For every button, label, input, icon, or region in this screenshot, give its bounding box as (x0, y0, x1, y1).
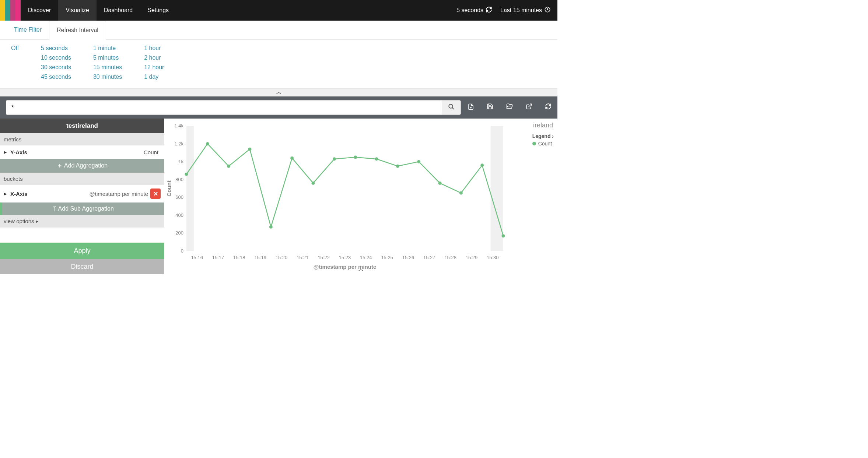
clock-icon (544, 6, 551, 14)
svg-point-45 (438, 182, 442, 185)
caret-right-icon: ▸ (34, 218, 39, 224)
chart-legend[interactable]: Legend Count (532, 133, 554, 147)
new-viz-button[interactable] (468, 103, 474, 112)
dashboard-panel-name: ireland (533, 121, 553, 129)
svg-text:15:28: 15:28 (444, 255, 456, 260)
refresh-5s[interactable]: 5 seconds (41, 45, 71, 52)
refresh-1h[interactable]: 1 hour (144, 45, 164, 52)
search-icon (448, 103, 455, 112)
svg-text:400: 400 (175, 212, 183, 218)
query-toolbar (0, 96, 557, 119)
svg-text:200: 200 (175, 230, 183, 236)
legend-title: Legend (532, 133, 554, 139)
svg-rect-16 (491, 126, 503, 251)
svg-point-35 (227, 165, 230, 168)
svg-line-5 (529, 104, 532, 107)
refresh-5m[interactable]: 5 minutes (93, 54, 122, 61)
svg-text:15:17: 15:17 (212, 255, 224, 260)
x-axis-aggregation[interactable]: ▶ X-Axis @timestamp per minute ✕ (0, 185, 164, 202)
view-options-toggle[interactable]: view options ▸ (0, 215, 164, 228)
svg-text:15:26: 15:26 (402, 255, 414, 260)
save-viz-button[interactable] (487, 103, 493, 112)
refresh-15m[interactable]: 15 minutes (93, 64, 122, 71)
line-chart[interactable]: 02004006008001k1.2k1.4kCount15:1615:1715… (164, 119, 522, 273)
svg-text:0: 0 (181, 248, 183, 254)
refresh-30s[interactable]: 30 seconds (41, 64, 71, 71)
y-axis-label: Y-Axis (10, 149, 27, 155)
refresh-1m[interactable]: 1 minute (93, 45, 122, 52)
svg-text:15:22: 15:22 (318, 255, 330, 260)
chart-panel: ireland Legend Count 02004006008001k1.2k… (164, 119, 557, 274)
legend-series-count[interactable]: Count (532, 141, 554, 147)
svg-point-41 (354, 156, 357, 159)
svg-point-36 (248, 148, 252, 151)
svg-text:1.2k: 1.2k (174, 141, 183, 147)
refresh-2h[interactable]: 2 hour (144, 54, 164, 61)
refresh-12h[interactable]: 12 hour (144, 64, 164, 71)
remove-aggregation-button[interactable]: ✕ (150, 189, 161, 199)
buckets-section-label: buckets (0, 173, 164, 185)
metrics-section-label: metrics (0, 133, 164, 145)
refresh-off[interactable]: Off (11, 45, 19, 52)
svg-point-38 (290, 156, 294, 160)
svg-point-48 (502, 234, 505, 237)
discard-button[interactable]: Discard (0, 259, 164, 274)
refresh-30m[interactable]: 30 minutes (93, 74, 122, 80)
folder-open-icon (506, 103, 513, 112)
svg-point-43 (396, 165, 399, 168)
apply-button[interactable]: Apply (0, 243, 164, 259)
svg-point-42 (375, 157, 378, 161)
svg-point-40 (333, 157, 336, 161)
refresh-45s[interactable]: 45 seconds (41, 74, 71, 80)
open-viz-button[interactable] (506, 103, 513, 112)
refresh-icon (545, 103, 552, 112)
nav-dashboard[interactable]: Dashboard (97, 0, 140, 21)
refresh-1d[interactable]: 1 day (144, 74, 164, 80)
top-nav: Discover Visualize Dashboard Settings 5 … (0, 0, 557, 21)
svg-point-37 (269, 225, 273, 229)
tab-time-filter[interactable]: Time Filter (7, 21, 49, 39)
branch-icon: ᛘ (53, 205, 58, 212)
svg-point-39 (312, 182, 315, 185)
external-link-icon (526, 103, 532, 112)
share-viz-button[interactable] (526, 103, 532, 112)
time-range-indicator[interactable]: Last 15 minutes (500, 6, 551, 14)
app-logo (0, 0, 21, 21)
viz-config-sidebar: testireland metrics ▶ Y-Axis Count ＋Add … (0, 119, 164, 274)
nav-settings[interactable]: Settings (140, 0, 176, 21)
tab-refresh-interval[interactable]: Refresh Interval (49, 21, 106, 40)
svg-text:15:27: 15:27 (423, 255, 435, 260)
svg-text:15:23: 15:23 (339, 255, 351, 260)
caret-right-icon: ▶ (4, 191, 7, 196)
refresh-10s[interactable]: 10 seconds (41, 54, 71, 61)
save-icon (487, 103, 493, 112)
collapse-time-panel[interactable]: ︿ (0, 88, 557, 96)
query-input[interactable] (6, 100, 442, 115)
y-axis-value: Count (144, 149, 158, 155)
svg-text:15:16: 15:16 (191, 255, 203, 260)
svg-text:15:24: 15:24 (360, 255, 372, 260)
y-axis-aggregation[interactable]: ▶ Y-Axis Count (0, 145, 164, 159)
svg-text:15:18: 15:18 (233, 255, 245, 260)
svg-text:600: 600 (175, 194, 183, 200)
refresh-interval-indicator[interactable]: 5 seconds (456, 6, 492, 14)
svg-point-33 (185, 173, 188, 176)
add-sub-aggregation-button[interactable]: ᛘ Add Sub Aggregation (0, 202, 164, 215)
saved-viz-title: testireland (0, 119, 164, 133)
svg-point-46 (459, 191, 463, 195)
legend-dot-icon (532, 142, 536, 145)
nav-discover[interactable]: Discover (21, 0, 58, 21)
svg-text:1.4k: 1.4k (174, 123, 183, 128)
chevron-up-icon: ︿ (276, 89, 281, 96)
add-aggregation-button[interactable]: ＋Add Aggregation (0, 159, 164, 173)
svg-point-1 (449, 104, 453, 108)
refresh-viz-button[interactable] (545, 103, 552, 112)
svg-text:Count: Count (166, 180, 172, 196)
search-button[interactable] (442, 100, 461, 115)
x-axis-label: X-Axis (10, 191, 28, 197)
svg-text:1k: 1k (178, 159, 183, 164)
nav-visualize[interactable]: Visualize (58, 0, 97, 21)
svg-point-44 (417, 160, 420, 163)
svg-rect-15 (186, 126, 194, 251)
expand-spy-panel[interactable]: ︿ (358, 266, 364, 273)
